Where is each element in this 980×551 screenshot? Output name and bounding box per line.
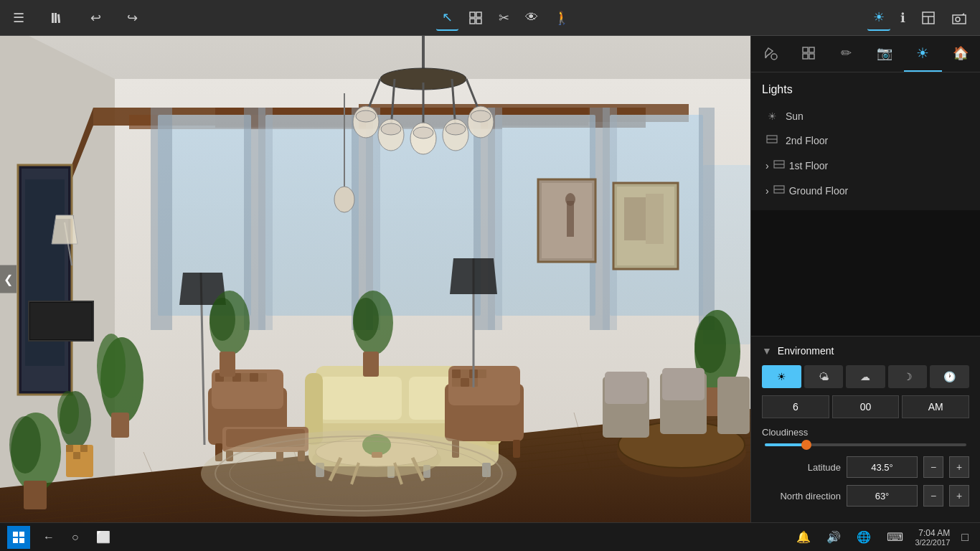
taskbar-back-button[interactable]: ←: [39, 528, 59, 547]
svg-rect-43: [488, 108, 502, 330]
right-tool-group: ☀ ℹ: [867, 5, 973, 31]
lights-empty-space: [751, 210, 980, 336]
cloudiness-thumb[interactable]: [801, 440, 811, 450]
walk-tool[interactable]: 🚶: [548, 6, 575, 30]
floor-panel-icon[interactable]: [789, 36, 827, 72]
2nd-floor-light-icon: [765, 133, 778, 147]
svg-rect-81: [73, 445, 80, 452]
volume-icon[interactable]: 🔊: [822, 527, 845, 547]
light-item-1st-floor[interactable]: › 1st Floor: [762, 153, 969, 178]
view-tool[interactable]: 👁: [519, 6, 544, 29]
svg-point-141: [209, 298, 235, 341]
svg-marker-136: [450, 258, 497, 294]
svg-point-78: [57, 391, 79, 434]
library-icon[interactable]: [44, 6, 70, 29]
latitude-plus-btn[interactable]: +: [949, 456, 969, 478]
scissors-tool[interactable]: ✂: [493, 6, 515, 30]
time-mode-clock[interactable]: 🕐: [930, 365, 969, 388]
svg-rect-76: [111, 413, 129, 438]
viewport[interactable]: ❮: [0, 36, 750, 522]
1st-floor-light-icon: [773, 159, 785, 172]
left-panel-arrow[interactable]: ❮: [0, 265, 17, 293]
svg-rect-175: [13, 532, 18, 537]
time-ampm-field[interactable]: AM: [902, 395, 969, 418]
time-minute-field[interactable]: 00: [832, 395, 900, 418]
svg-rect-159: [662, 368, 705, 400]
ground-floor-light-icon: [773, 184, 785, 197]
taskbar-clock[interactable]: 7:04 AM 3/22/2017: [915, 528, 950, 547]
svg-rect-88: [24, 481, 47, 509]
svg-point-164: [771, 54, 777, 60]
windows-start-button[interactable]: [7, 526, 30, 549]
svg-rect-178: [19, 538, 24, 543]
notifications-sidebar-icon[interactable]: □: [957, 528, 973, 547]
svg-rect-121: [461, 378, 469, 387]
svg-point-138: [353, 298, 379, 341]
time-mode-cloudy[interactable]: ☁: [846, 365, 885, 388]
svg-point-152: [694, 316, 726, 373]
time-mode-clear[interactable]: ☀: [762, 365, 801, 388]
camera-tool[interactable]: [946, 6, 973, 30]
svg-rect-70: [30, 303, 92, 339]
svg-rect-160: [717, 377, 750, 434]
network-icon[interactable]: 🌐: [852, 527, 875, 547]
sun-panel-icon[interactable]: ☀: [904, 36, 942, 72]
lights-section: Lights ☀ Sun 2nd Floor ›: [751, 72, 980, 210]
time-hour-field[interactable]: 6: [762, 395, 829, 418]
svg-point-146: [565, 193, 575, 206]
svg-rect-166: [809, 47, 814, 52]
taskbar-multitask-button[interactable]: ⬜: [92, 527, 115, 547]
svg-rect-168: [809, 54, 814, 59]
environment-header[interactable]: ▼ Environment: [762, 345, 969, 357]
ground-floor-chevron: ›: [765, 185, 769, 197]
home-panel-icon[interactable]: 🏠: [942, 36, 980, 72]
select-tool[interactable]: ↖: [436, 5, 458, 31]
north-direction-plus-btn[interactable]: +: [949, 485, 969, 507]
latitude-minus-btn[interactable]: −: [923, 456, 943, 478]
light-2nd-floor-label: 2nd Floor: [786, 135, 828, 146]
edit-panel-icon[interactable]: ✏: [827, 36, 865, 72]
taskbar-time-display: 7:04 AM: [915, 528, 950, 538]
svg-rect-176: [19, 532, 24, 537]
time-mode-night[interactable]: ☽: [888, 365, 928, 388]
paint-panel-icon[interactable]: [751, 36, 789, 72]
taskbar-search-button[interactable]: ○: [67, 528, 83, 547]
north-direction-minus-btn[interactable]: −: [923, 485, 943, 507]
time-fields: 6 00 AM: [762, 395, 969, 418]
info-tool[interactable]: ℹ: [895, 6, 911, 30]
light-item-2nd-floor[interactable]: 2nd Floor: [762, 128, 969, 153]
main-content: ❮ ✏ 📷 ☀ 🏠: [0, 36, 980, 522]
svg-rect-3: [470, 12, 475, 17]
svg-rect-142: [220, 352, 235, 377]
svg-rect-124: [513, 440, 520, 458]
svg-rect-39: [258, 108, 273, 330]
cloudiness-label: Cloudiness: [762, 427, 969, 438]
layout-tool[interactable]: [915, 6, 941, 29]
svg-rect-5: [470, 19, 475, 24]
svg-point-11: [956, 17, 960, 22]
svg-rect-4: [476, 12, 481, 17]
svg-point-57: [381, 123, 401, 135]
time-mode-partly[interactable]: 🌤: [804, 365, 844, 388]
camera-panel-icon[interactable]: 📷: [866, 36, 904, 72]
taskbar-right: 🔔 🔊 🌐 ⌨ 7:04 AM 3/22/2017 □: [792, 527, 973, 547]
cloudiness-slider[interactable]: [762, 443, 969, 446]
undo-icon[interactable]: ↩: [85, 6, 107, 30]
arrange-tool[interactable]: [463, 6, 489, 29]
svg-rect-150: [646, 194, 664, 244]
latitude-label: Latitude: [762, 462, 841, 473]
right-panel: ✏ 📷 ☀ 🏠 Lights ☀ Sun 2nd Floor: [750, 36, 980, 522]
redo-icon[interactable]: ↪: [121, 6, 143, 30]
svg-rect-2: [57, 14, 60, 22]
light-item-ground-floor[interactable]: › Ground Floor: [762, 178, 969, 203]
keyboard-icon[interactable]: ⌨: [882, 527, 908, 547]
latitude-value[interactable]: 43.5°: [847, 456, 918, 478]
sun-tool[interactable]: ☀: [867, 5, 890, 31]
svg-rect-37: [151, 108, 172, 330]
top-toolbar: ☰ ↩ ↪ ↖ ✂ 👁 🚶 ☀ ℹ: [0, 0, 980, 36]
north-direction-value[interactable]: 63°: [847, 485, 918, 507]
svg-rect-84: [73, 452, 80, 459]
notification-icon[interactable]: 🔔: [792, 527, 815, 547]
menu-icon[interactable]: ☰: [7, 6, 30, 30]
light-item-sun[interactable]: ☀ Sun: [762, 105, 969, 128]
